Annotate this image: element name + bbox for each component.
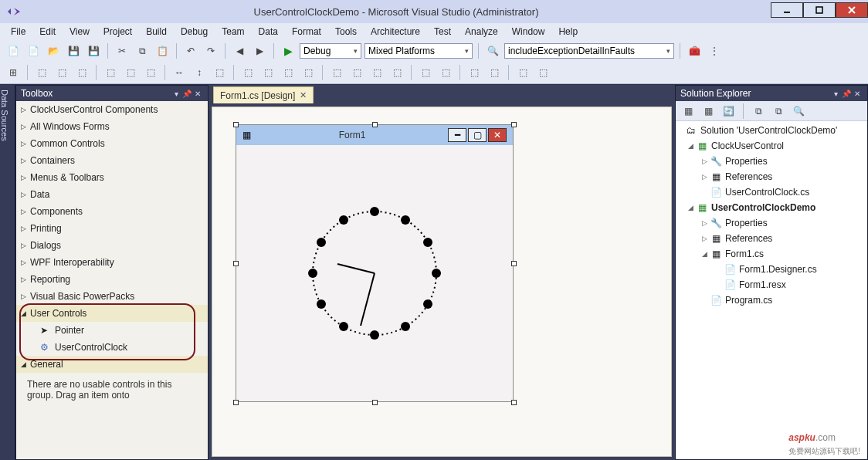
panel-pin-icon[interactable]: 📌 (841, 90, 852, 98)
tree-node-references[interactable]: ▷▦References (676, 231, 867, 246)
resize-handle[interactable] (511, 400, 517, 405)
tree-node-references[interactable]: ▷▦References (676, 169, 867, 184)
close-tab-icon[interactable]: ✕ (300, 90, 307, 100)
start-debug-button[interactable]: ▶ (280, 42, 297, 59)
tree-node-file[interactable]: 📄Form1.Designer.cs (676, 262, 867, 277)
toolbox-group[interactable]: ▷Printing (16, 220, 208, 237)
toolbox-group-user-controls[interactable]: ◢User Controls (16, 305, 208, 322)
toolbox-group[interactable]: ▷Containers (16, 152, 208, 169)
platform-combo[interactable]: Mixed Platforms (364, 43, 473, 59)
menu-analyze[interactable]: Analyze (459, 25, 504, 39)
menu-edit[interactable]: Edit (33, 25, 62, 39)
panel-pin-icon[interactable]: 📌 (181, 90, 192, 98)
align-bottom-button[interactable]: ⬚ (142, 64, 159, 81)
save-button[interactable]: 💾 (65, 42, 82, 59)
toolbox-item-usercontrolclock[interactable]: ⚙UserControlClock (16, 339, 208, 356)
window-minimize-button[interactable] (771, 2, 803, 18)
add-item-button[interactable]: 📄 (25, 42, 42, 59)
design-form-body[interactable] (236, 145, 513, 401)
toolbox-group[interactable]: ▷Common Controls (16, 135, 208, 152)
solution-tree[interactable]: 🗂Solution 'UserControlClockDemo' ◢▦Clock… (676, 121, 867, 459)
show-all-button[interactable]: ▦ (700, 103, 716, 119)
resize-handle[interactable] (372, 400, 378, 405)
menu-help[interactable]: Help (552, 25, 584, 39)
menu-test[interactable]: Test (428, 25, 457, 39)
open-button[interactable]: 📂 (45, 42, 62, 59)
menu-data[interactable]: Data (253, 25, 284, 39)
panel-dropdown-icon[interactable]: ▾ (830, 90, 841, 98)
new-project-button[interactable]: 📄 (5, 42, 22, 59)
hspace-equal-button[interactable]: ⬚ (239, 64, 256, 81)
align-middle-button[interactable]: ⬚ (122, 64, 139, 81)
view-code-button[interactable]: ⧉ (751, 103, 766, 119)
center-h-button[interactable]: ⬚ (417, 64, 434, 81)
same-width-button[interactable]: ↔ (171, 64, 188, 81)
window-close-button[interactable] (836, 2, 868, 18)
copy-button[interactable]: ⧉ (134, 42, 151, 59)
cut-button[interactable]: ✂ (114, 42, 131, 59)
resize-handle[interactable] (233, 261, 239, 266)
view-designer-button[interactable]: ⧉ (771, 103, 786, 119)
menu-architecture[interactable]: Architecture (364, 25, 426, 39)
toolbox-group[interactable]: ▷Menus & Toolbars (16, 169, 208, 186)
bring-front-button[interactable]: ⬚ (466, 64, 483, 81)
usercontrolclock-instance[interactable] (297, 196, 452, 350)
hspace-remove-button[interactable]: ⬚ (300, 64, 317, 81)
toolbox-group-general[interactable]: ◢General (16, 356, 208, 373)
undo-button[interactable]: ↶ (182, 42, 199, 59)
center-v-button[interactable]: ⬚ (437, 64, 454, 81)
toolbox-item-pointer[interactable]: ➤Pointer (16, 322, 208, 339)
panel-close-icon[interactable]: ✕ (192, 90, 203, 98)
resize-handle[interactable] (233, 400, 239, 405)
nav-fwd-button[interactable]: ▶ (251, 42, 268, 59)
resize-handle[interactable] (372, 122, 378, 127)
properties-button[interactable]: ▦ (680, 103, 696, 119)
find-in-files-button[interactable]: 🔍 (484, 42, 501, 59)
design-form[interactable]: ▦ Form1 ━ ▢ ✕ (236, 124, 514, 402)
tree-node-project[interactable]: ◢▦UserControlClockDemo (676, 200, 867, 215)
tree-node-properties[interactable]: ▷🔧Properties (676, 215, 867, 231)
toolbox-group[interactable]: ▷Data (16, 186, 208, 203)
more-button[interactable]: ⋮ (706, 42, 723, 59)
hspace-inc-button[interactable]: ⬚ (259, 64, 276, 81)
menu-debug[interactable]: Debug (175, 25, 214, 39)
merge-button[interactable]: ⬚ (534, 64, 551, 81)
window-maximize-button[interactable] (803, 2, 836, 18)
same-height-button[interactable]: ↕ (191, 64, 208, 81)
menu-project[interactable]: Project (97, 25, 138, 39)
panel-dropdown-icon[interactable]: ▾ (171, 90, 181, 98)
panel-close-icon[interactable]: ✕ (852, 90, 863, 98)
hspace-dec-button[interactable]: ⬚ (280, 64, 297, 81)
vspace-dec-button[interactable]: ⬚ (368, 64, 385, 81)
menu-window[interactable]: Window (506, 25, 551, 39)
menu-team[interactable]: Team (215, 25, 250, 39)
toolbox-group[interactable]: ▷Components (16, 203, 208, 220)
vspace-inc-button[interactable]: ⬚ (348, 64, 365, 81)
tab-order-button[interactable]: ⬚ (514, 64, 531, 81)
find-combo[interactable]: includeExceptionDetailInFaults (504, 43, 674, 59)
resize-handle[interactable] (511, 261, 517, 266)
toolbox-button[interactable]: 🧰 (686, 42, 703, 59)
form-designer[interactable]: ▦ Form1 ━ ▢ ✕ (212, 107, 672, 457)
vspace-equal-button[interactable]: ⬚ (328, 64, 345, 81)
align-center-button[interactable]: ⬚ (53, 64, 70, 81)
form-maximize-button[interactable]: ▢ (468, 128, 487, 142)
tree-node-file[interactable]: 📄Program.cs (676, 293, 867, 308)
send-back-button[interactable]: ⬚ (486, 64, 503, 81)
menu-file[interactable]: File (5, 25, 32, 39)
tree-node-file[interactable]: 📄UserControlClock.cs (676, 184, 867, 200)
nav-back-button[interactable]: ◀ (231, 42, 248, 59)
same-size-button[interactable]: ⬚ (211, 64, 228, 81)
resize-handle[interactable] (511, 122, 517, 127)
redo-button[interactable]: ↷ (202, 42, 219, 59)
tree-node-properties[interactable]: ▷🔧Properties (676, 154, 867, 169)
form-close-button[interactable]: ✕ (488, 128, 507, 142)
config-combo[interactable]: Debug (300, 43, 361, 59)
menu-view[interactable]: View (63, 25, 96, 39)
toolbox-group[interactable]: ▷Dialogs (16, 237, 208, 254)
tree-node-file[interactable]: 📄Form1.resx (676, 277, 867, 293)
align-right-button[interactable]: ⬚ (73, 64, 90, 81)
menu-build[interactable]: Build (140, 25, 173, 39)
toolbox-group[interactable]: ▷ClockUserControl Components (16, 101, 208, 118)
toolbox-group[interactable]: ▷WPF Interoperability (16, 254, 208, 271)
